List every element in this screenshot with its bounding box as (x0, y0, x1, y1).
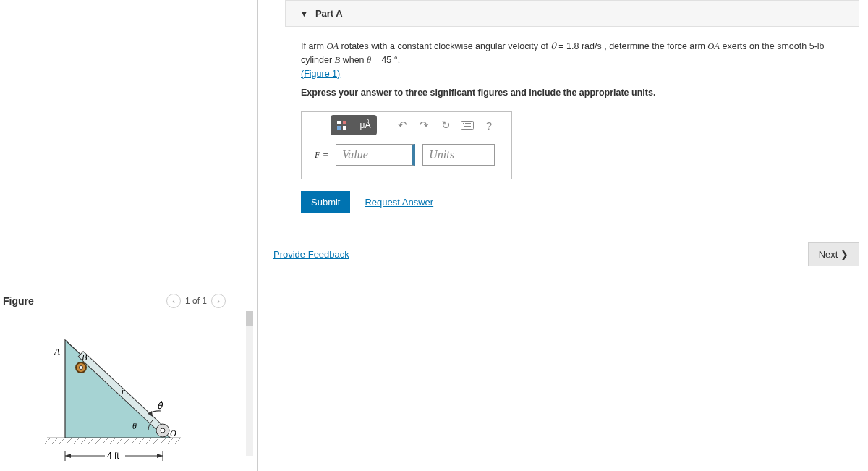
scrollbar-thumb[interactable] (246, 311, 253, 326)
svg-line-7 (88, 438, 94, 444)
part-a-header[interactable]: ▼ Part A (285, 0, 859, 27)
answer-toolbar: μÅ ↶ ↷ ↻ ? (302, 112, 511, 138)
svg-rect-36 (461, 122, 474, 130)
svg-rect-38 (465, 123, 467, 124)
svg-line-5 (74, 438, 80, 444)
svg-line-17 (161, 438, 166, 444)
value-input[interactable] (336, 144, 415, 166)
label-A: A (54, 346, 60, 357)
instruction-text: Express your answer to three significant… (301, 86, 854, 100)
svg-line-3 (59, 438, 65, 444)
svg-rect-34 (337, 126, 341, 130)
svg-line-6 (81, 438, 87, 444)
svg-rect-37 (463, 123, 464, 124)
svg-line-10 (110, 438, 116, 444)
svg-line-8 (95, 438, 101, 444)
svg-point-22 (161, 428, 165, 433)
request-answer-link[interactable]: Request Answer (365, 195, 433, 210)
pager-next-button[interactable]: › (211, 294, 226, 308)
svg-marker-29 (65, 454, 71, 458)
inputs-row: F = (302, 138, 511, 179)
left-scrollbar[interactable] (246, 311, 253, 456)
template-button[interactable] (331, 115, 354, 135)
keyboard-button[interactable] (458, 116, 477, 134)
svg-line-9 (103, 438, 109, 444)
figure-pager: ‹ 1 of 1 › (166, 294, 226, 308)
part-body: If arm OA rotates with a constant clockw… (258, 27, 868, 213)
svg-rect-35 (343, 126, 346, 130)
svg-rect-33 (343, 121, 346, 124)
figure-diagram: A B O r θ θ̇ 4 ft (36, 326, 210, 470)
svg-rect-39 (467, 123, 469, 124)
figure-title: Figure (3, 295, 34, 307)
label-O: O (170, 428, 176, 438)
svg-point-24 (80, 366, 83, 370)
svg-line-16 (153, 438, 159, 444)
left-pane: Figure ‹ 1 of 1 › (0, 0, 253, 471)
submit-row: Submit Request Answer (301, 191, 854, 213)
svg-line-14 (139, 438, 145, 444)
svg-line-15 (146, 438, 152, 444)
template-icon (336, 120, 348, 130)
special-chars-button[interactable]: μÅ (354, 115, 377, 135)
part-title: Part A (315, 8, 343, 19)
reset-button[interactable]: ↻ (436, 116, 455, 134)
dim-label: 4 ft (107, 451, 119, 461)
label-r: r (122, 386, 125, 396)
svg-line-1 (45, 438, 51, 444)
provide-feedback-link[interactable]: Provide Feedback (273, 249, 349, 260)
svg-marker-30 (157, 454, 163, 458)
feedback-row: Provide Feedback Next ❯ (273, 242, 859, 266)
next-button[interactable]: Next ❯ (808, 242, 859, 266)
variable-label: F = (315, 148, 328, 162)
svg-line-12 (124, 438, 130, 444)
svg-line-4 (67, 438, 72, 444)
label-thetadot: θ̇ (157, 400, 163, 411)
right-pane: ▼ Part A If arm OA rotates with a consta… (257, 0, 868, 471)
keyboard-icon (461, 121, 474, 130)
pager-prev-button[interactable]: ‹ (166, 294, 181, 308)
svg-line-11 (117, 438, 123, 444)
units-input[interactable] (422, 144, 495, 166)
label-theta: θ (132, 421, 137, 431)
redo-button[interactable]: ↷ (414, 116, 433, 134)
help-button[interactable]: ? (480, 116, 498, 134)
caret-down-icon: ▼ (300, 9, 308, 18)
figure-link[interactable]: (Figure 1) (301, 69, 340, 79)
undo-button[interactable]: ↶ (393, 116, 412, 134)
answer-box: μÅ ↶ ↷ ↻ ? F = (301, 111, 512, 179)
svg-line-13 (132, 438, 137, 444)
submit-button[interactable]: Submit (301, 191, 350, 213)
svg-rect-40 (469, 123, 471, 124)
svg-rect-32 (337, 121, 341, 124)
problem-text: If arm OA rotates with a constant clockw… (301, 40, 854, 80)
svg-line-2 (52, 438, 58, 444)
svg-line-18 (168, 438, 174, 444)
svg-line-19 (175, 438, 181, 444)
label-B: B (82, 352, 88, 362)
figure-divider (0, 310, 229, 310)
svg-rect-41 (464, 126, 471, 127)
pager-text: 1 of 1 (185, 296, 207, 306)
